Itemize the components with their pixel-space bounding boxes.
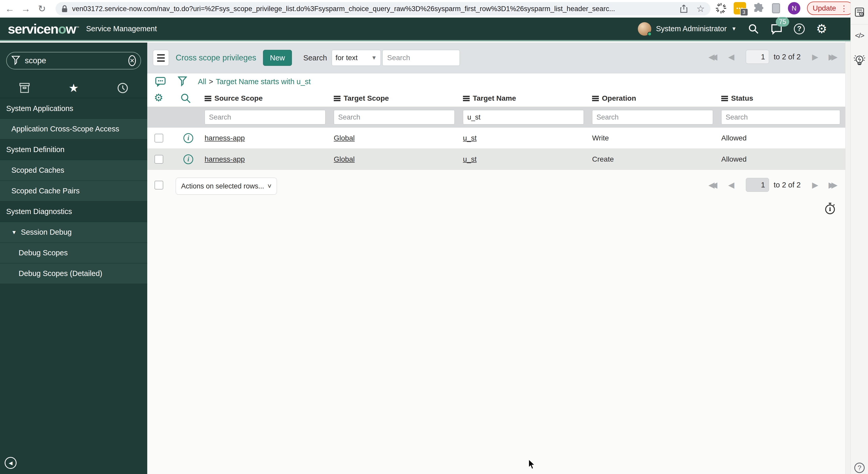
filter-input[interactable] xyxy=(24,56,128,66)
history-tab[interactable] xyxy=(98,78,147,98)
search-input-status[interactable] xyxy=(721,110,840,125)
share-icon[interactable] xyxy=(680,4,688,13)
cell-source-scope[interactable]: harness-app xyxy=(205,149,245,170)
first-page-button[interactable]: ◀◀ xyxy=(708,181,717,189)
column-label: Target Name xyxy=(473,94,516,102)
sidebar-item-label: System Definition xyxy=(6,145,65,154)
browser-profile-avatar[interactable]: N xyxy=(788,2,800,14)
favorites-tab[interactable]: ★ xyxy=(49,78,98,98)
form-viewer-icon[interactable] xyxy=(851,7,868,18)
next-page-button[interactable]: ▶ xyxy=(812,181,818,189)
user-menu[interactable]: System Administrator ▼ xyxy=(638,22,737,36)
page-input[interactable] xyxy=(746,50,769,64)
row-checkbox[interactable] xyxy=(154,155,163,164)
extensions-puzzle-icon[interactable] xyxy=(753,3,764,14)
cell-target-name[interactable]: u_st xyxy=(463,128,476,149)
sidebar-item-label: System Diagnostics xyxy=(6,207,72,216)
column-menu-icon[interactable] xyxy=(334,96,340,101)
sidebar-category-system-definition[interactable]: System Definition xyxy=(0,139,147,160)
page-input[interactable] xyxy=(746,178,769,192)
user-avatar xyxy=(638,22,651,36)
all-applications-tab[interactable] xyxy=(0,78,49,98)
forward-icon[interactable]: → xyxy=(20,3,32,14)
cell-target-name[interactable]: u_st xyxy=(463,149,476,170)
column-menu-icon[interactable] xyxy=(205,96,211,101)
back-icon[interactable]: ← xyxy=(4,3,16,14)
cell-operation: Create xyxy=(592,149,614,170)
page-scrollbar[interactable] xyxy=(845,18,850,474)
navigator-filter[interactable]: ✕ xyxy=(6,52,141,69)
last-page-button[interactable]: ▶▶ xyxy=(829,53,838,61)
personalize-list-gear-icon[interactable]: ⚙ xyxy=(154,93,163,103)
response-time-stopwatch-icon[interactable] xyxy=(824,202,836,215)
notes-extension-icon[interactable]: ••• 3 xyxy=(734,2,746,14)
list-search-input[interactable] xyxy=(382,50,460,66)
search-type-select[interactable]: for text ▼ xyxy=(332,50,381,66)
clear-filter-icon[interactable]: ✕ xyxy=(128,55,136,66)
chat-icon[interactable]: 75 xyxy=(771,23,782,35)
actions-select[interactable]: Actions on selected rows... ˅ xyxy=(176,178,277,195)
search-input-target-scope[interactable] xyxy=(334,110,455,125)
previous-page-button[interactable]: ◀ xyxy=(728,53,735,61)
first-page-button[interactable]: ◀◀ xyxy=(708,53,717,61)
sidebar-item-scoped-caches[interactable]: Scoped Caches xyxy=(0,160,147,181)
breadcrumb-filter-icon[interactable] xyxy=(178,76,187,87)
cell-target-scope[interactable]: Global xyxy=(334,149,355,170)
info-icon[interactable]: i xyxy=(183,155,193,164)
column-label: Target Scope xyxy=(344,94,389,102)
help-circle-icon[interactable]: ? xyxy=(851,463,868,473)
breadcrumb-condition-link[interactable]: Target Name starts with u_st xyxy=(216,77,311,86)
spinner-extension-icon[interactable] xyxy=(715,2,727,14)
clear-glyph: ✕ xyxy=(130,57,134,64)
page-title[interactable]: Cross scope privileges xyxy=(176,53,256,63)
address-bar[interactable]: ven03172.service-now.com/nav_to.do?uri=%… xyxy=(56,2,710,15)
sidebar-item-debug-scopes-detailed[interactable]: Debug Scopes (Detailed) xyxy=(0,263,147,284)
breadcrumb-bar: All>Target Name starts with u_st xyxy=(147,73,845,90)
star-icon: ★ xyxy=(68,82,79,94)
column-header-target-name[interactable]: Target Name xyxy=(463,90,516,107)
url-text: ven03172.service-now.com/nav_to.do?uri=%… xyxy=(72,5,675,13)
chat-bubble-icon[interactable] xyxy=(155,76,166,87)
side-panel-icon[interactable] xyxy=(771,3,781,14)
column-header-status[interactable]: Status xyxy=(721,90,753,107)
search-input-target-name[interactable] xyxy=(463,110,584,125)
previous-page-button[interactable]: ◀ xyxy=(728,181,735,189)
global-search-icon[interactable] xyxy=(748,23,759,35)
column-menu-icon[interactable] xyxy=(721,96,728,101)
collapse-sidebar-button[interactable]: ◀ xyxy=(5,457,17,469)
search-input-operation[interactable] xyxy=(592,110,713,125)
column-menu-icon[interactable] xyxy=(463,96,470,101)
search-input-source-scope[interactable] xyxy=(205,110,326,125)
column-menu-icon[interactable] xyxy=(592,96,599,101)
update-label: Update xyxy=(813,4,836,12)
sidebar-item-session-debug[interactable]: ▼Session Debug xyxy=(0,222,147,243)
column-header-target-scope[interactable]: Target Scope xyxy=(334,90,389,107)
lightbulb-icon[interactable] xyxy=(851,53,868,68)
breadcrumb-all-link[interactable]: All xyxy=(198,77,206,86)
gear-icon[interactable]: ⚙ xyxy=(816,23,827,35)
sidebar-category-system-applications[interactable]: System Applications xyxy=(0,98,147,119)
servicenow-logo[interactable]: servicenow™ xyxy=(8,21,79,37)
reload-icon[interactable]: ↻ xyxy=(36,3,48,14)
code-icon[interactable]: </> xyxy=(851,32,868,40)
sidebar-category-system-diagnostics[interactable]: System Diagnostics xyxy=(0,201,147,222)
column-header-source-scope[interactable]: Source Scope xyxy=(205,90,263,107)
column-header-operation[interactable]: Operation xyxy=(592,90,636,107)
sidebar-item-debug-scopes[interactable]: Debug Scopes xyxy=(0,243,147,263)
select-all-checkbox[interactable] xyxy=(154,181,163,190)
new-button[interactable]: New xyxy=(263,50,292,66)
sidebar-item-scoped-cache-pairs[interactable]: Scoped Cache Pairs xyxy=(0,181,147,201)
sidebar-item-application-cross-scope-access[interactable]: Application Cross-Scope Access xyxy=(0,119,147,139)
next-page-button[interactable]: ▶ xyxy=(812,53,818,61)
column-search-icon[interactable] xyxy=(180,93,191,104)
row-checkbox[interactable] xyxy=(154,134,163,142)
help-icon[interactable]: ? xyxy=(794,24,805,34)
last-page-button[interactable]: ▶▶ xyxy=(829,181,838,189)
cell-source-scope[interactable]: harness-app xyxy=(205,128,245,149)
update-button[interactable]: Update ⋮ xyxy=(807,2,854,15)
list-context-menu-button[interactable] xyxy=(153,50,169,66)
bookmark-star-icon[interactable]: ☆ xyxy=(696,4,705,13)
info-icon[interactable]: i xyxy=(183,133,193,143)
browser-menu-kebab-icon[interactable]: ⋮ xyxy=(840,4,848,13)
cell-target-scope[interactable]: Global xyxy=(334,128,355,149)
